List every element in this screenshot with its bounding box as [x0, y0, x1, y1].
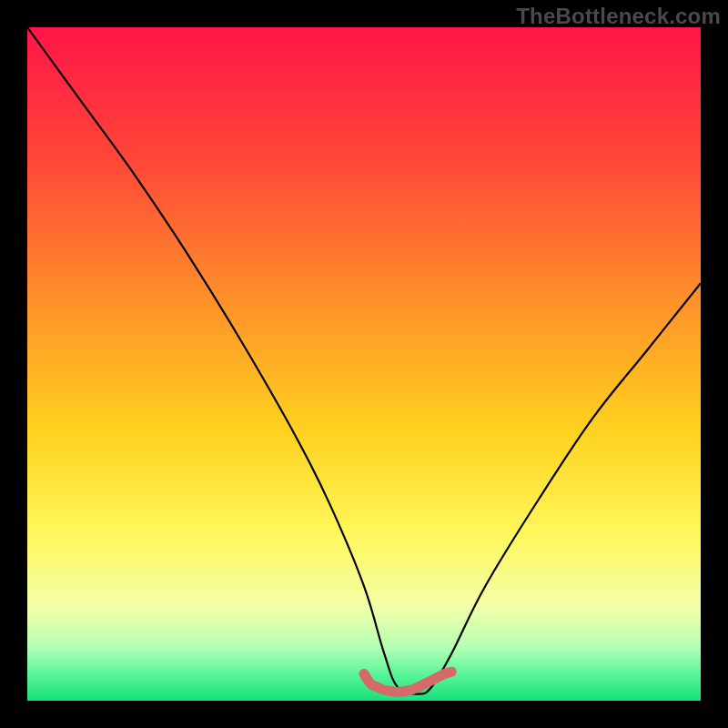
- bottleneck-chart: [27, 27, 701, 701]
- gradient-background: [27, 27, 701, 701]
- plot-area: [27, 27, 701, 701]
- chart-container: TheBottleneck.com: [0, 0, 728, 728]
- watermark-text: TheBottleneck.com: [516, 4, 721, 29]
